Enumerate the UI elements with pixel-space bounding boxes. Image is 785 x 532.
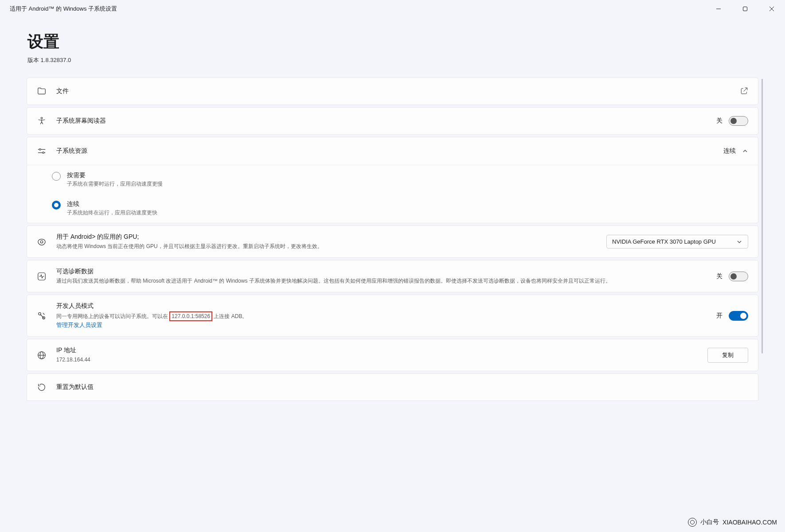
maximize-button[interactable] [732,0,758,18]
developer-desc: 同一专用网络上的设备可以访问子系统。可以在 127.0.0.1:58526 上连… [56,311,716,321]
files-row[interactable]: 文件 [27,78,758,105]
gpu-row: 用于 Android> 的应用的 GPU; 动态将使用 Windows 当前正在… [27,225,758,258]
sliders-icon [37,146,47,156]
close-button[interactable] [758,0,785,18]
wrench-icon [37,311,47,321]
watermark-url: XIAOBAIHAO.COM [723,519,777,526]
copy-button[interactable]: 复制 [707,348,748,363]
svg-point-8 [43,152,44,154]
resources-label: 子系统资源 [56,147,723,155]
svg-point-9 [40,241,43,243]
developer-state: 开 [716,312,723,320]
files-label: 文件 [56,87,740,95]
page-header: 设置 版本 1.8.32837.0 [0,18,785,78]
option-desc: 子系统始终在运行，应用启动速度更快 [67,209,157,217]
radio-checked-icon [52,201,61,210]
window-controls [705,0,785,18]
developer-row: 开发人员模式 同一专用网络上的设备可以访问子系统。可以在 127.0.0.1:5… [27,295,758,337]
minimize-button[interactable] [705,0,732,18]
chevron-down-icon [736,239,742,245]
diagnostics-toggle[interactable] [729,272,748,281]
version-label: 版本 1.8.32837.0 [27,56,785,64]
option-title: 连续 [67,200,157,208]
globe-icon [37,350,47,360]
activity-icon [37,272,47,281]
resources-value: 连续 [723,147,736,155]
diagnostics-title: 可选诊断数据 [56,268,716,276]
screen-reader-toggle[interactable] [729,116,748,126]
ip-value: 172.18.164.44 [56,356,707,364]
scrollbar[interactable] [762,79,763,353]
titlebar: 适用于 Android™ 的 Windows 子系统设置 [0,0,785,18]
diagnostics-row: 可选诊断数据 通过向我们发送其他诊断数据，帮助 Microsoft 改进适用于 … [27,260,758,292]
reset-row[interactable]: 重置为默认值 [27,373,758,401]
folder-icon [37,86,47,96]
external-link-icon [740,87,748,96]
window-title: 适用于 Android™ 的 Windows 子系统设置 [10,5,117,13]
screen-reader-label: 子系统屏幕阅读器 [56,117,716,125]
svg-point-4 [41,117,43,119]
diagnostics-desc: 通过向我们发送其他诊断数据，帮助 Microsoft 改进适用于 Android… [56,277,716,285]
watermark-icon [688,518,697,527]
watermark: 小白号 XIAOBAIHAO.COM [688,518,777,527]
dev-desc-suffix: 上连接 ADB。 [214,313,247,319]
gpu-icon [37,237,47,247]
resources-options: 按需要 子系统在需要时运行，应用启动速度更慢 连续 子系统始终在运行，应用启动速… [27,165,758,223]
resources-header[interactable]: 子系统资源 连续 [27,137,758,165]
gpu-title: 用于 Android> 的应用的 GPU; [56,233,606,241]
accessibility-icon [37,116,47,126]
resource-option-ondemand[interactable]: 按需要 子系统在需要时运行，应用启动速度更慢 [27,165,758,194]
ip-title: IP 地址 [56,346,707,354]
ip-row: IP 地址 172.18.164.44 复制 [27,339,758,371]
content: 文件 子系统屏幕阅读器 关 子系统资源 连续 [0,78,785,401]
svg-point-6 [39,149,41,151]
diagnostics-state: 关 [716,272,723,280]
dev-desc-prefix: 同一专用网络上的设备可以访问子系统。可以在 [56,313,168,319]
resources-row: 子系统资源 连续 按需要 子系统在需要时运行，应用启动速度更慢 连续 子系统始终… [27,137,758,223]
gpu-select[interactable]: NVIDIA GeForce RTX 3070 Laptop GPU [606,235,748,249]
watermark-name: 小白号 [700,518,719,526]
gpu-selected: NVIDIA GeForce RTX 3070 Laptop GPU [612,238,716,245]
adb-ip: 127.0.0.1:58526 [169,311,212,321]
manage-developer-link[interactable]: 管理开发人员设置 [56,321,716,329]
svg-rect-1 [743,7,747,11]
option-title: 按需要 [67,171,163,179]
resource-option-continuous[interactable]: 连续 子系统始终在运行，应用启动速度更快 [27,194,758,223]
screen-reader-row: 子系统屏幕阅读器 关 [27,107,758,135]
reset-label: 重置为默认值 [56,383,748,391]
chevron-up-icon [742,148,748,154]
developer-toggle[interactable] [729,311,748,321]
radio-unchecked-icon [52,172,61,181]
screen-reader-state: 关 [716,117,723,125]
page-title: 设置 [27,31,785,53]
developer-title: 开发人员模式 [56,302,716,310]
gpu-desc: 动态将使用 Windows 当前正在使用的 GPU，并且可以根据主显示器进行更改… [56,242,606,250]
reset-icon [37,382,47,392]
option-desc: 子系统在需要时运行，应用启动速度更慢 [67,180,163,188]
